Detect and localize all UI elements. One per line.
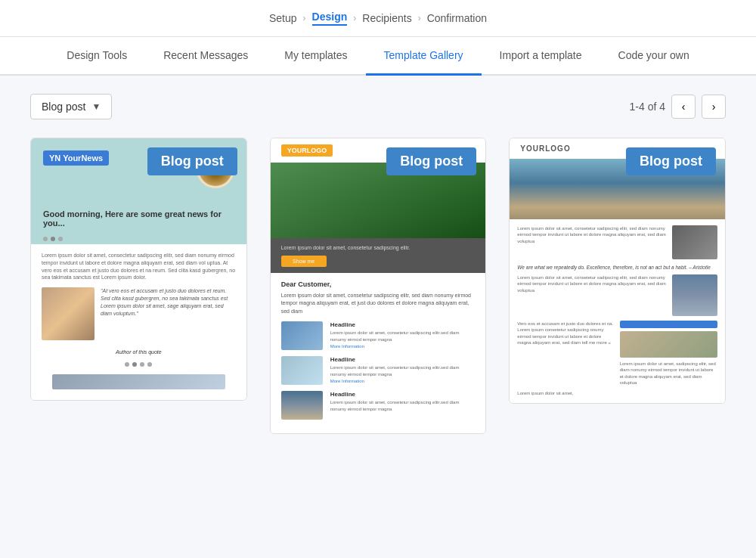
card3-grid-mid: Lorem ipsum dolor sit amet, consetetur s… <box>517 274 717 316</box>
dot <box>147 362 152 367</box>
card2-item-title-2: Headline <box>330 356 476 363</box>
card1-dots <box>31 234 246 244</box>
tab-import-template[interactable]: Import a template <box>482 37 600 76</box>
card2-item-body-3: Lorem ipsum dolor sit amet, consetetur s… <box>330 399 476 412</box>
dropdown-label: Blog post <box>42 101 85 113</box>
card1-body: Lorem ipsum dolor sit amet, consectetur … <box>31 244 246 400</box>
template-cards-grid: Blog post YN YourNews Good morning, Here… <box>30 138 726 434</box>
tab-navigation: Design Tools Recent Messages My template… <box>0 37 756 76</box>
card3-badge: Blog post <box>626 147 716 175</box>
breadcrumb-confirmation[interactable]: Confirmation <box>427 12 487 24</box>
card1-body-text: Lorem ipsum dolor sit amet, consectetur … <box>42 252 236 281</box>
card3-body: Lorem ipsum dolor sit amet, consetetur s… <box>510 219 725 403</box>
card1-quote: "At vero eos et accusam et justo duo dol… <box>101 287 236 340</box>
card2-item-image-1 <box>281 321 323 350</box>
card3-building-image <box>672 274 717 316</box>
card3-logo: YOURLOGO <box>520 144 570 153</box>
breadcrumb: Setup › Design › Recipients › Confirmati… <box>269 11 487 26</box>
card2-item-body-1: Lorem ipsum dolor sit amet, consetetur s… <box>330 330 476 343</box>
card2-item-1: Headline Lorem ipsum dolor sit amet, con… <box>281 321 476 350</box>
arrow-icon: › <box>418 13 421 23</box>
card3-bottom-text: Vero eos et accusam et justo duo dolores… <box>517 321 615 346</box>
card2-item-link-2[interactable]: More Information <box>330 379 476 383</box>
tab-code-your-own[interactable]: Code your own <box>600 37 708 76</box>
pagination: 1-4 of 4 ‹ › <box>630 95 726 119</box>
card3-bottom-image <box>620 331 717 358</box>
card2-para: Lorem ipsum dolor sit amet, consetetur s… <box>281 292 476 316</box>
card2-body: Dear Customer, Lorem ipsum dolor sit ame… <box>271 273 486 434</box>
card2-cta-box: Lorem ipsum dolor sit amet, consetetur s… <box>271 238 486 273</box>
card1-footer-image <box>52 374 225 389</box>
breadcrumb-design[interactable]: Design <box>312 11 348 26</box>
card2-item-title-3: Headline <box>330 391 476 398</box>
card2-item-link-1[interactable]: More Information <box>330 344 476 349</box>
card3-bottom-grid: Vero eos et accusam et justo duo dolores… <box>517 321 717 386</box>
tab-template-gallery[interactable]: Template Gallery <box>366 37 482 76</box>
dot-active <box>132 362 137 367</box>
breadcrumb-recipients[interactable]: Recipients <box>362 12 411 24</box>
page-header: Setup › Design › Recipients › Confirmati… <box>0 0 756 37</box>
next-page-button[interactable]: › <box>702 95 726 119</box>
chevron-down-icon: ▼ <box>91 101 101 112</box>
dot <box>58 237 63 241</box>
breadcrumb-setup[interactable]: Setup <box>269 12 297 24</box>
card2-item-text-3: Headline Lorem ipsum dolor sit amet, con… <box>330 391 476 412</box>
tab-design-tools[interactable]: Design Tools <box>48 37 145 76</box>
card1-author: Author of this quote <box>42 346 236 358</box>
card3-bottom-right-text: Lorem ipsum dolor ut amet, sadipscing el… <box>620 361 717 386</box>
card1-image <box>42 287 94 340</box>
template-card-2[interactable]: Blog post YOURLOGO Lorem ipsum dolor sit… <box>270 138 487 434</box>
card3-grid-top: Lorem ipsum dolor sit amet, consetetur s… <box>517 225 717 259</box>
arrow-icon: › <box>303 13 306 23</box>
main-content: Blog post ▼ 1-4 of 4 ‹ › Blog post YN Yo… <box>0 76 756 452</box>
dot <box>43 237 48 241</box>
card2-item-3: Headline Lorem ipsum dolor sit amet, con… <box>281 391 476 420</box>
pagination-label: 1-4 of 4 <box>630 101 665 113</box>
card2-badge: Blog post <box>386 147 476 175</box>
prev-page-button[interactable]: ‹ <box>671 95 696 119</box>
card2-cta-text: Lorem ipsum dolor sit amet, consetetur s… <box>281 244 476 252</box>
category-dropdown[interactable]: Blog post ▼ <box>30 94 112 119</box>
template-card-1[interactable]: Blog post YN YourNews Good morning, Here… <box>30 138 247 401</box>
template-card-3[interactable]: Blog post YOURLOGO Lorem ipsum dolor sit… <box>509 138 726 404</box>
card3-bottom-left: Vero eos et accusam et justo duo dolores… <box>517 321 615 386</box>
card3-bottom-text2: Lorem ipsum dolor sit amet, <box>517 390 717 396</box>
card1-logo: YN YourNews <box>43 150 109 166</box>
card2-dear: Dear Customer, <box>281 281 476 288</box>
arrow-icon: › <box>353 13 356 23</box>
card3-text-col2: Lorem ipsum dolor sit amet, consetetur s… <box>517 274 668 316</box>
card2-logo: YOURLOGO <box>281 144 333 157</box>
card2-cta-button[interactable]: Show me <box>281 256 327 267</box>
card2-item-2: Headline Lorem ipsum dolor sit amet, con… <box>281 356 476 385</box>
card3-bar <box>620 321 717 328</box>
tab-recent-messages[interactable]: Recent Messages <box>145 37 266 76</box>
card2-item-text-1: Headline Lorem ipsum dolor sit amet, con… <box>330 321 476 349</box>
dot <box>140 362 144 367</box>
toolbar: Blog post ▼ 1-4 of 4 ‹ › <box>30 94 726 119</box>
card1-badge: Blog post <box>147 147 237 175</box>
card3-text-col1: Lorem ipsum dolor sit amet, consetetur s… <box>517 225 668 259</box>
card1-greeting: Good morning, Here are some great news f… <box>31 200 246 234</box>
card1-footer-dots <box>42 358 236 371</box>
card3-image-sm <box>672 225 717 259</box>
card1-quote-section: "At vero eos et accusam et justo duo dol… <box>42 287 236 340</box>
card3-quote: We are what we repeatedly do. Excellence… <box>517 264 717 271</box>
dot-active <box>51 237 55 241</box>
dot <box>125 362 129 367</box>
card2-item-image-3 <box>281 391 323 420</box>
card2-item-image-2 <box>281 356 323 385</box>
tab-my-templates[interactable]: My templates <box>266 37 365 76</box>
card2-item-text-2: Headline Lorem ipsum dolor sit amet, con… <box>330 356 476 383</box>
card2-item-body-2: Lorem ipsum dolor sit amet, consetetur s… <box>330 364 476 377</box>
card3-bottom-right: Lorem ipsum dolor ut amet, sadipscing el… <box>620 321 717 386</box>
card2-item-title-1: Headline <box>330 321 476 328</box>
